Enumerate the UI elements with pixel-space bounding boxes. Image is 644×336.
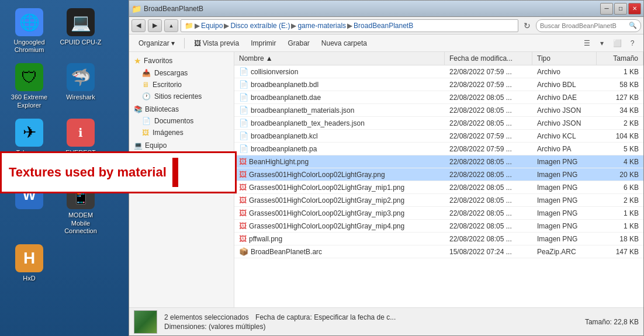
table-row[interactable]: 🖼Grasses001HighColorLoop02LightGray_mip4… (234, 220, 643, 233)
file-type-icon: 📄 (239, 131, 248, 140)
view-details-button[interactable]: ☰ (580, 37, 593, 50)
file-size-cell: 1 KB (597, 221, 643, 231)
nav-equipo-header[interactable]: 💻 Equipo (129, 140, 234, 151)
file-name: Grasses001HighColorLoop02LightGray.png (249, 171, 385, 179)
table-row[interactable]: 🖼Grasses001HighColorLoop02LightGray_mip3… (234, 207, 643, 220)
file-name: broadbeanplanetb_tex_headers.json (251, 119, 365, 127)
file-size-cell: 6 KB (597, 182, 643, 193)
back-button[interactable]: ◀ (131, 19, 146, 32)
desktop-icon-hxd[interactable]: H HxD (6, 242, 53, 285)
nav-bibliotecas-header[interactable]: 📚 Bibliotecas (129, 103, 234, 115)
desktop-icon-wireshark[interactable]: 🦈 Wireshark (57, 61, 104, 111)
file-size-cell: 104 KB (597, 131, 643, 141)
documents-icon: 📄 (142, 117, 151, 125)
preview-pane-button[interactable]: ⬜ (611, 37, 624, 50)
table-row[interactable]: 📄broadbeanplanetb_tex_headers.json22/08/… (234, 117, 643, 130)
nueva-carpeta-label: Nueva carpeta (321, 39, 367, 47)
search-input[interactable] (540, 22, 629, 29)
nav-descargas[interactable]: 📥 Descargas (129, 67, 234, 79)
path-disco[interactable]: Disco extraíble (E:) (230, 22, 290, 30)
refresh-button[interactable]: ↻ (521, 19, 534, 32)
table-row[interactable]: 📄broadbeanplanetb.dae22/08/2022 08:05 ..… (234, 91, 643, 104)
address-path[interactable]: 📁 ▶ Equipo ▶ Disco extraíble (E:) ▶ game… (181, 19, 518, 32)
file-type-icon: 📄 (239, 80, 248, 89)
desktop-icon-cpuid[interactable]: 💻 CPUID CPU-Z (57, 6, 104, 56)
vista-previa-label: Vista previa (203, 39, 239, 47)
organizar-button[interactable]: Organizar ▾ (134, 38, 179, 49)
file-name-cell: 📄broadbeanplanetb.bdl (234, 79, 445, 90)
desktop-icon-360[interactable]: 🛡 360 ExtremeExplorer (6, 61, 53, 111)
forward-button[interactable]: ▶ (148, 19, 162, 32)
col-header-size[interactable]: Tamaño (597, 52, 643, 65)
table-row[interactable]: 🖼pffwall.png22/08/2022 08:05 ...Imagen P… (234, 233, 643, 245)
chromium-icon: 🌐 (15, 8, 43, 36)
address-bar: ◀ ▶ ▲ 📁 ▶ Equipo ▶ Disco extraíble (E:) … (129, 17, 643, 34)
imprimir-label: Imprimir (251, 39, 276, 47)
file-type-icon: 🖼 (239, 221, 247, 230)
capture-label: Fecha de captura: (255, 313, 312, 321)
file-date-cell: 22/08/2022 08:05 ... (445, 221, 532, 231)
close-button[interactable]: ✕ (628, 3, 641, 15)
help-button[interactable]: ? (626, 37, 639, 50)
file-date-cell: 22/08/2022 08:05 ... (445, 169, 532, 180)
nav-documentos[interactable]: 📄 Documentos (129, 115, 234, 127)
col-header-type[interactable]: Tipo (532, 52, 597, 65)
table-row[interactable]: 🖼Grasses001HighColorLoop02LightGray_mip2… (234, 194, 643, 207)
path-planet[interactable]: BroadBeanPlanetB (354, 22, 413, 30)
minimize-button[interactable]: ─ (600, 3, 613, 15)
imprimir-button[interactable]: Imprimir (246, 38, 281, 49)
nav-sitios-recientes[interactable]: 🕐 Sitios recientes (129, 91, 234, 102)
desktop-icon-chromium[interactable]: 🌐 UngoogledChromium (6, 6, 53, 56)
table-row[interactable]: 🖼Grasses001HighColorLoop02LightGray_mip1… (234, 181, 643, 194)
window-title: BroadBeanPlanetB (144, 5, 203, 13)
file-size-cell: 147 KB (597, 247, 643, 257)
status-thumbnail (134, 310, 157, 334)
star-icon: ★ (134, 56, 141, 65)
nueva-carpeta-button[interactable]: Nueva carpeta (317, 38, 372, 49)
file-name-cell: 🖼Grasses001HighColorLoop02LightGray_mip2… (234, 195, 445, 206)
file-type-cell: Imagen PNG (532, 221, 597, 231)
view-options-button[interactable]: ▾ (595, 37, 608, 50)
vista-previa-button[interactable]: 🖼 Vista previa (189, 38, 244, 49)
table-row[interactable]: 📄broadbeanplanetb.kcl22/08/2022 07:59 ..… (234, 130, 643, 143)
file-type-cell: Imagen PNG (532, 182, 597, 193)
search-box[interactable]: 🔍 (536, 19, 641, 32)
wireshark-icon: 🦈 (67, 63, 95, 91)
nav-favoritos-header[interactable]: ★ Favoritos (129, 54, 234, 67)
file-size-cell: 4 KB (597, 157, 643, 167)
file-size-cell: 5 KB (597, 144, 643, 154)
file-name-cell: 📄broadbeanplanetb.pa (234, 143, 445, 154)
hxd-icon: H (15, 244, 43, 272)
col-header-name[interactable]: Nombre ▲ (234, 52, 445, 65)
file-size-cell: 58 KB (597, 79, 643, 90)
path-materials[interactable]: game-materials (297, 22, 346, 30)
file-type-cell: Archivo KCL (532, 131, 597, 141)
table-row[interactable]: 📄broadbeanplanetb.bdl22/08/2022 07:59 ..… (234, 78, 643, 91)
file-name-cell: 🖼Grasses001HighColorLoop02LightGray_mip4… (234, 220, 445, 231)
table-row[interactable]: 📄broadbeanplanetb_materials.json22/08/20… (234, 104, 643, 117)
table-row[interactable]: 📄collisionversion22/08/2022 07:59 ...Arc… (234, 65, 643, 78)
up-button[interactable]: ▲ (164, 19, 178, 32)
file-name: BeanHighLight.png (249, 158, 309, 166)
file-name: BroadBeanPlanetB.arc (251, 248, 322, 256)
file-type-cell: Archivo DAE (532, 92, 597, 103)
organizar-arrow: ▾ (171, 39, 175, 47)
path-equipo[interactable]: Equipo (201, 22, 223, 30)
maximize-button[interactable]: □ (614, 3, 627, 15)
col-date-label: Fecha de modifica... (449, 54, 513, 63)
col-header-date[interactable]: Fecha de modifica... (445, 52, 532, 65)
table-row[interactable]: 📦BroadBeanPlanetB.arc15/08/2022 07:24 ..… (234, 245, 643, 258)
search-icon[interactable]: 🔍 (629, 22, 637, 29)
modem-label: MODEM MobileConnection (60, 212, 102, 235)
table-row[interactable]: 📄broadbeanplanetb.pa22/08/2022 07:59 ...… (234, 143, 643, 155)
nav-imagenes[interactable]: 🖼 Imágenes (129, 127, 234, 138)
grabar-button[interactable]: Grabar (283, 38, 314, 49)
file-name-cell: 🖼Grasses001HighColorLoop02LightGray.png (234, 169, 445, 180)
file-name: Grasses001HighColorLoop02LightGray_mip3.… (249, 209, 404, 217)
nav-sitios-label: Sitios recientes (154, 92, 202, 101)
table-row[interactable]: 🖼Grasses001HighColorLoop02LightGray.png2… (234, 168, 643, 181)
file-date-cell: 22/08/2022 08:05 ... (445, 195, 532, 206)
path-icon: 📁 (185, 22, 193, 30)
nav-escritorio[interactable]: 🖥 Escritorio (129, 79, 234, 91)
table-row[interactable]: 🖼BeanHighLight.png22/08/2022 08:05 ...Im… (234, 155, 643, 168)
